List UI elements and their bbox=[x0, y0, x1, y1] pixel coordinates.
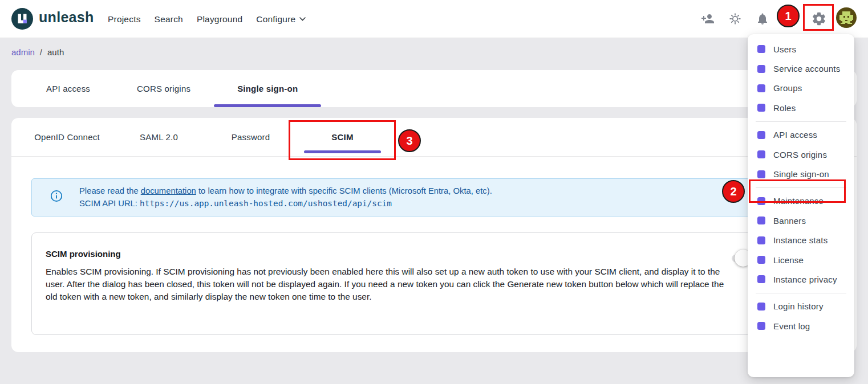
tab-label: Single sign-on bbox=[237, 84, 298, 93]
nav-item-label: Search bbox=[155, 14, 183, 24]
chevron-down-icon bbox=[299, 17, 306, 21]
nav-item-label: Playground bbox=[197, 14, 242, 24]
menu-bullet-icon bbox=[757, 45, 765, 53]
tab-label: API access bbox=[46, 84, 90, 93]
menu-item-users[interactable]: Users bbox=[748, 39, 854, 59]
subtab-label: SAML 2.0 bbox=[140, 132, 178, 142]
menu-divider bbox=[756, 121, 846, 122]
menu-item-label: Event log bbox=[773, 321, 810, 331]
menu-bullet-icon bbox=[757, 322, 765, 330]
menu-bullet-icon bbox=[757, 65, 765, 73]
subtab-saml[interactable]: SAML 2.0 bbox=[113, 118, 205, 156]
menu-item-groups[interactable]: Groups bbox=[748, 79, 854, 98]
annotation-step-1-badge: 1 bbox=[777, 5, 800, 27]
light-mode-icon[interactable] bbox=[728, 12, 742, 26]
single-sign-on-panel: OpenID Connect SAML 2.0 Password SCIM Pl… bbox=[11, 118, 857, 352]
menu-item-label: Login history bbox=[773, 301, 824, 311]
menu-bullet-icon bbox=[757, 131, 765, 139]
annotation-box-single-sign-on-item bbox=[749, 179, 846, 203]
brand-wordmark[interactable]: unleash bbox=[39, 9, 94, 26]
menu-item-service-accounts[interactable]: Service accounts bbox=[748, 59, 854, 78]
menu-item-label: Banners bbox=[773, 216, 806, 226]
nav-item-label: Configure bbox=[256, 14, 295, 24]
scim-card-description: Enables SCIM provisioning. If SCIM provi… bbox=[46, 265, 728, 303]
sso-provider-tabs: OpenID Connect SAML 2.0 Password SCIM bbox=[11, 118, 857, 157]
menu-item-label: API access bbox=[773, 130, 817, 140]
menu-bullet-icon bbox=[757, 256, 765, 264]
alert-line-1: Please read the documentation to learn h… bbox=[79, 185, 492, 198]
subtab-label: Password bbox=[232, 132, 270, 142]
nav-item-configure[interactable]: Configure bbox=[256, 14, 306, 24]
menu-bullet-icon bbox=[757, 216, 765, 224]
breadcrumb-link-admin[interactable]: admin bbox=[11, 47, 35, 57]
subtab-label: OpenID Connect bbox=[34, 132, 100, 142]
alert-text: Please read the documentation to learn h… bbox=[79, 185, 492, 216]
tab-label: CORS origins bbox=[137, 84, 190, 93]
menu-bullet-icon bbox=[757, 150, 765, 158]
annotation-box-gear bbox=[803, 4, 834, 31]
menu-item-label: Instance privacy bbox=[773, 275, 837, 284]
alert-line-2: SCIM API URL: https://us.app.unleash-hos… bbox=[79, 198, 492, 210]
breadcrumb: admin / auth bbox=[11, 47, 64, 57]
top-navigation-bar: unleash Projects Search Playground Confi… bbox=[0, 0, 868, 38]
menu-item-roles[interactable]: Roles bbox=[748, 98, 854, 117]
menu-item-login-history[interactable]: Login history bbox=[748, 297, 854, 316]
scim-card-title: SCIM provisioning bbox=[46, 249, 775, 259]
scim-api-url-label: SCIM API URL: bbox=[79, 199, 140, 208]
settings-dropdown-menu: Users Service accounts Groups Roles API … bbox=[748, 34, 854, 377]
scim-provisioning-card: SCIM provisioning Enables SCIM provision… bbox=[31, 232, 776, 335]
documentation-link[interactable]: documentation bbox=[141, 186, 196, 195]
menu-item-label: Service accounts bbox=[773, 64, 840, 73]
menu-bullet-icon bbox=[757, 275, 765, 283]
breadcrumb-current: auth bbox=[47, 47, 64, 57]
menu-bullet-icon bbox=[757, 104, 765, 112]
menu-item-label: Roles bbox=[773, 103, 796, 113]
avatar[interactable] bbox=[836, 7, 857, 28]
menu-bullet-icon bbox=[757, 236, 765, 244]
unleash-logo-icon[interactable] bbox=[11, 8, 33, 30]
menu-item-license[interactable]: License bbox=[748, 250, 854, 269]
tab-cors-origins[interactable]: CORS origins bbox=[113, 70, 214, 107]
add-user-icon[interactable] bbox=[701, 12, 715, 26]
menu-item-api-access[interactable]: API access bbox=[748, 125, 854, 145]
breadcrumb-separator: / bbox=[40, 47, 42, 57]
nav-item-label: Projects bbox=[108, 14, 141, 24]
menu-divider bbox=[756, 293, 846, 293]
menu-item-instance-privacy[interactable]: Instance privacy bbox=[748, 269, 854, 289]
info-icon bbox=[50, 190, 63, 216]
menu-item-label: CORS origins bbox=[773, 150, 827, 160]
menu-item-banners[interactable]: Banners bbox=[748, 211, 854, 230]
annotation-step-3-badge: 3 bbox=[398, 129, 421, 152]
nav-item-playground[interactable]: Playground bbox=[197, 14, 242, 24]
annotation-box-scim-tab bbox=[289, 120, 396, 160]
menu-item-label: License bbox=[773, 255, 804, 265]
scim-api-url-value: https://us.app.unleash-hosted.com/ushost… bbox=[140, 199, 392, 208]
subtab-openid-connect[interactable]: OpenID Connect bbox=[21, 118, 113, 156]
alert-text-before-link: Please read the bbox=[79, 186, 141, 195]
nav-item-search[interactable]: Search bbox=[155, 14, 183, 24]
menu-bullet-icon bbox=[757, 303, 765, 311]
primary-nav: Projects Search Playground Configure bbox=[108, 0, 306, 38]
menu-item-label: Single sign-on bbox=[773, 169, 829, 179]
scim-info-alert: Please read the documentation to learn h… bbox=[31, 178, 837, 216]
bell-icon[interactable] bbox=[756, 12, 769, 26]
menu-bullet-icon bbox=[757, 170, 765, 178]
menu-item-label: Instance stats bbox=[773, 235, 828, 245]
menu-bullet-icon bbox=[757, 84, 765, 92]
tab-api-access[interactable]: API access bbox=[23, 70, 113, 107]
nav-item-projects[interactable]: Projects bbox=[108, 14, 141, 24]
menu-item-instance-stats[interactable]: Instance stats bbox=[748, 231, 854, 250]
settings-tabs-card: API access CORS origins Single sign-on bbox=[11, 70, 857, 107]
menu-item-label: Users bbox=[773, 44, 796, 54]
menu-item-cors-origins[interactable]: CORS origins bbox=[748, 145, 854, 164]
tab-single-sign-on[interactable]: Single sign-on bbox=[214, 70, 321, 107]
annotation-step-2-badge: 2 bbox=[722, 180, 745, 203]
menu-item-event-log[interactable]: Event log bbox=[748, 316, 854, 336]
alert-text-after-link: to learn how to integrate with specific … bbox=[196, 186, 492, 195]
subtab-password[interactable]: Password bbox=[205, 118, 297, 156]
menu-item-label: Groups bbox=[773, 83, 802, 93]
